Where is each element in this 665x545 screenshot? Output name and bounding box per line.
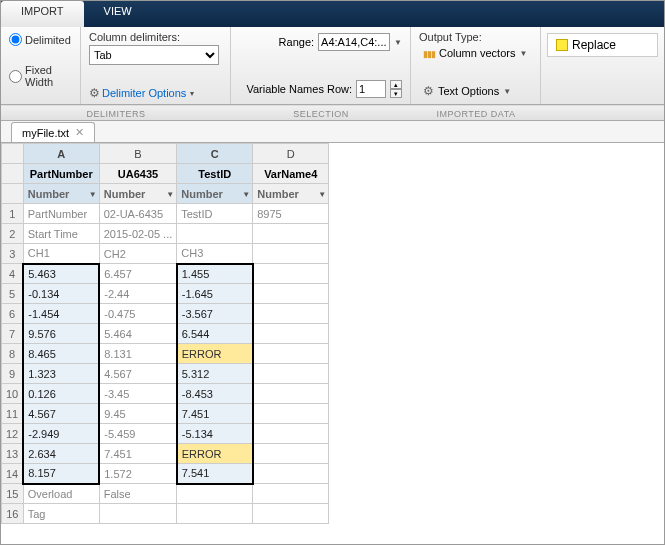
cell[interactable] — [253, 404, 329, 424]
cell[interactable]: -5.134 — [177, 424, 253, 444]
cell[interactable] — [253, 284, 329, 304]
tab-import[interactable]: IMPORT — [1, 1, 84, 27]
column-letter[interactable]: C — [177, 144, 253, 164]
column-name[interactable]: VarName4 — [253, 164, 329, 184]
column-type[interactable]: Number▼ — [23, 184, 99, 204]
radio-delimited[interactable]: Delimited — [9, 33, 72, 46]
output-type-button[interactable]: Column vectors ▼ — [419, 45, 532, 61]
cell[interactable]: -3.45 — [99, 384, 177, 404]
row-number[interactable]: 5 — [2, 284, 24, 304]
radio-delimited-input[interactable] — [9, 33, 22, 46]
cell[interactable]: 9.45 — [99, 404, 177, 424]
cell[interactable]: 2015-02-05 ... — [99, 224, 177, 244]
cell[interactable] — [253, 344, 329, 364]
cell[interactable]: 2.634 — [23, 444, 99, 464]
cell[interactable] — [177, 224, 253, 244]
column-name[interactable]: UA6435 — [99, 164, 177, 184]
cell[interactable]: 5.464 — [99, 324, 177, 344]
row-number[interactable]: 1 — [2, 204, 24, 224]
column-name[interactable]: PartNumber — [23, 164, 99, 184]
cell[interactable]: False — [99, 484, 177, 504]
cell[interactable]: -1.645 — [177, 284, 253, 304]
cell[interactable]: 7.451 — [99, 444, 177, 464]
cell[interactable]: 8.465 — [23, 344, 99, 364]
cell[interactable]: 5.312 — [177, 364, 253, 384]
cell[interactable]: ERROR — [177, 444, 253, 464]
cell[interactable] — [253, 324, 329, 344]
row-number[interactable]: 8 — [2, 344, 24, 364]
row-number[interactable]: 7 — [2, 324, 24, 344]
row-number[interactable]: 6 — [2, 304, 24, 324]
cell[interactable]: 1.572 — [99, 464, 177, 484]
column-type[interactable]: Number▼ — [253, 184, 329, 204]
cell[interactable]: -2.44 — [99, 284, 177, 304]
column-letter[interactable]: B — [99, 144, 177, 164]
row-number[interactable]: 2 — [2, 224, 24, 244]
cell[interactable]: 0.126 — [23, 384, 99, 404]
cell[interactable]: -1.454 — [23, 304, 99, 324]
cell[interactable]: 7.541 — [177, 464, 253, 484]
cell[interactable]: -3.567 — [177, 304, 253, 324]
cell[interactable]: 1.323 — [23, 364, 99, 384]
file-tab[interactable]: myFile.txt ✕ — [11, 122, 95, 142]
row-number[interactable]: 4 — [2, 264, 24, 284]
cell[interactable] — [253, 444, 329, 464]
column-type[interactable]: Number▼ — [177, 184, 253, 204]
range-input[interactable] — [318, 33, 390, 51]
range-dropdown-icon[interactable]: ▼ — [394, 38, 402, 47]
cell[interactable]: -2.949 — [23, 424, 99, 444]
cell[interactable] — [177, 484, 253, 504]
tab-view[interactable]: VIEW — [84, 1, 152, 27]
row-number[interactable]: 10 — [2, 384, 24, 404]
column-type[interactable]: Number▼ — [99, 184, 177, 204]
close-icon[interactable]: ✕ — [75, 126, 84, 139]
cell[interactable]: 6.457 — [99, 264, 177, 284]
row-number[interactable]: 13 — [2, 444, 24, 464]
cell[interactable]: 4.567 — [23, 404, 99, 424]
cell[interactable] — [253, 504, 329, 524]
cell[interactable]: 4.567 — [99, 364, 177, 384]
cell[interactable]: 7.451 — [177, 404, 253, 424]
cell[interactable]: 02-UA-6435 — [99, 204, 177, 224]
data-grid[interactable]: ABCDPartNumberUA6435TestIDVarName4Number… — [1, 143, 664, 544]
cell[interactable]: 8.131 — [99, 344, 177, 364]
cell[interactable]: -5.459 — [99, 424, 177, 444]
cell[interactable]: Tag — [23, 504, 99, 524]
row-number[interactable]: 11 — [2, 404, 24, 424]
cell[interactable]: ERROR — [177, 344, 253, 364]
cell[interactable]: 9.576 — [23, 324, 99, 344]
row-number[interactable]: 15 — [2, 484, 24, 504]
row-number[interactable]: 14 — [2, 464, 24, 484]
delimiter-options-button[interactable]: Delimiter Options — [89, 86, 222, 100]
cell[interactable]: 8975 — [253, 204, 329, 224]
cell[interactable]: 6.544 — [177, 324, 253, 344]
column-delimiters-select[interactable]: Tab — [89, 45, 219, 65]
cell[interactable]: 5.463 — [23, 264, 99, 284]
replace-button[interactable]: Replace — [547, 33, 658, 57]
cell[interactable]: CH1 — [23, 244, 99, 264]
cell[interactable] — [99, 504, 177, 524]
column-letter[interactable]: A — [23, 144, 99, 164]
cell[interactable] — [253, 224, 329, 244]
cell[interactable] — [253, 304, 329, 324]
column-name[interactable]: TestID — [177, 164, 253, 184]
cell[interactable]: Start Time — [23, 224, 99, 244]
cell[interactable]: -8.453 — [177, 384, 253, 404]
cell[interactable]: -0.475 — [99, 304, 177, 324]
cell[interactable] — [177, 504, 253, 524]
cell[interactable] — [253, 384, 329, 404]
cell[interactable] — [253, 364, 329, 384]
row-number[interactable]: 12 — [2, 424, 24, 444]
cell[interactable]: PartNumber — [23, 204, 99, 224]
cell[interactable] — [253, 464, 329, 484]
cell[interactable]: TestID — [177, 204, 253, 224]
cell[interactable] — [253, 264, 329, 284]
cell[interactable] — [253, 244, 329, 264]
cell[interactable]: 8.157 — [23, 464, 99, 484]
row-number[interactable]: 3 — [2, 244, 24, 264]
cell[interactable]: CH2 — [99, 244, 177, 264]
radio-fixed-width-input[interactable] — [9, 70, 22, 83]
cell[interactable]: -0.134 — [23, 284, 99, 304]
cell[interactable]: Overload — [23, 484, 99, 504]
radio-fixed-width[interactable]: Fixed Width — [9, 64, 72, 88]
